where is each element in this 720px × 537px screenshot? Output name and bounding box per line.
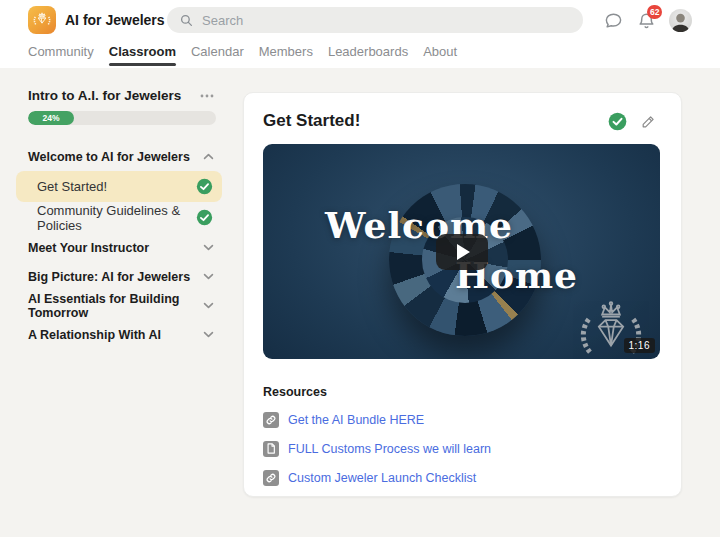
section-welcome[interactable]: Welcome to AI for Jewelers bbox=[16, 142, 222, 171]
notifications-button[interactable]: 62 bbox=[637, 10, 656, 31]
community-logo[interactable] bbox=[28, 6, 56, 34]
lesson-get-started[interactable]: Get Started! bbox=[16, 171, 222, 202]
chevron-down-icon bbox=[203, 331, 214, 338]
tab-leaderboards[interactable]: Leaderboards bbox=[328, 40, 408, 68]
tab-classroom[interactable]: Classroom bbox=[109, 40, 176, 68]
file-icon bbox=[263, 441, 279, 457]
search-icon bbox=[180, 14, 193, 27]
resource-link-launch-checklist[interactable]: Custom Jeweler Launch Checklist bbox=[263, 469, 663, 486]
section-relationship-with-ai[interactable]: A Relationship With AI bbox=[16, 320, 222, 349]
search-input[interactable]: Search bbox=[167, 7, 583, 33]
tab-about[interactable]: About bbox=[423, 40, 457, 68]
play-button[interactable] bbox=[436, 234, 488, 270]
check-circle-icon bbox=[196, 178, 213, 195]
course-options-button[interactable] bbox=[200, 94, 214, 98]
chevron-down-icon bbox=[203, 273, 214, 280]
chat-button[interactable] bbox=[603, 11, 624, 30]
course-title: Intro to A.I. for Jewelers bbox=[28, 88, 181, 103]
nav-tabs: Community Classroom Calendar Members Lea… bbox=[0, 40, 720, 68]
course-progress-value: 24% bbox=[28, 111, 74, 125]
course-progress-bar: 24% bbox=[28, 111, 216, 125]
community-name[interactable]: AI for Jewelers bbox=[65, 12, 165, 28]
notification-count-badge: 62 bbox=[647, 5, 662, 19]
link-icon bbox=[263, 470, 279, 486]
lesson-title: Get Started! bbox=[263, 111, 360, 131]
play-icon bbox=[457, 244, 470, 260]
lesson-community-guidelines[interactable]: Community Guidelines & Policies bbox=[16, 202, 222, 233]
lesson-video-player[interactable]: Welcome Home 1:16 bbox=[263, 144, 660, 359]
diamond-laurel-icon bbox=[32, 11, 52, 29]
lesson-complete-check-icon[interactable] bbox=[608, 112, 627, 131]
section-ai-essentials[interactable]: AI Essentials for Building Tomorrow bbox=[16, 291, 222, 320]
course-sidebar: Intro to A.I. for Jewelers 24% Welcome t… bbox=[16, 88, 222, 349]
tab-calendar[interactable]: Calendar bbox=[191, 40, 244, 68]
tab-members[interactable]: Members bbox=[259, 40, 313, 68]
user-avatar[interactable] bbox=[669, 9, 692, 32]
section-big-picture[interactable]: Big Picture: AI for Jewelers bbox=[16, 262, 222, 291]
edit-pencil-icon[interactable] bbox=[640, 113, 657, 130]
avatar-silhouette-icon bbox=[669, 9, 692, 32]
lesson-card: Get Started! Welcome Home bbox=[243, 92, 682, 497]
video-duration: 1:16 bbox=[624, 338, 655, 353]
resources-section: Resources Get the AI Bundle HERE FULL Cu… bbox=[263, 385, 663, 486]
resource-link-ai-bundle[interactable]: Get the AI Bundle HERE bbox=[263, 411, 663, 428]
top-bar: AI for Jewelers Search bbox=[0, 0, 720, 40]
tab-community[interactable]: Community bbox=[28, 40, 94, 68]
resources-heading: Resources bbox=[263, 385, 663, 399]
chevron-down-icon bbox=[203, 302, 214, 309]
check-circle-icon bbox=[196, 209, 213, 226]
search-placeholder: Search bbox=[202, 13, 243, 28]
section-meet-your-instructor[interactable]: Meet Your Instructor bbox=[16, 233, 222, 262]
chat-icon bbox=[603, 11, 624, 30]
top-actions: 62 bbox=[603, 0, 692, 40]
chevron-down-icon bbox=[203, 244, 214, 251]
chevron-up-icon bbox=[203, 153, 214, 160]
resource-link-customs-process[interactable]: FULL Customs Process we will learn bbox=[263, 440, 663, 457]
link-icon bbox=[263, 412, 279, 428]
